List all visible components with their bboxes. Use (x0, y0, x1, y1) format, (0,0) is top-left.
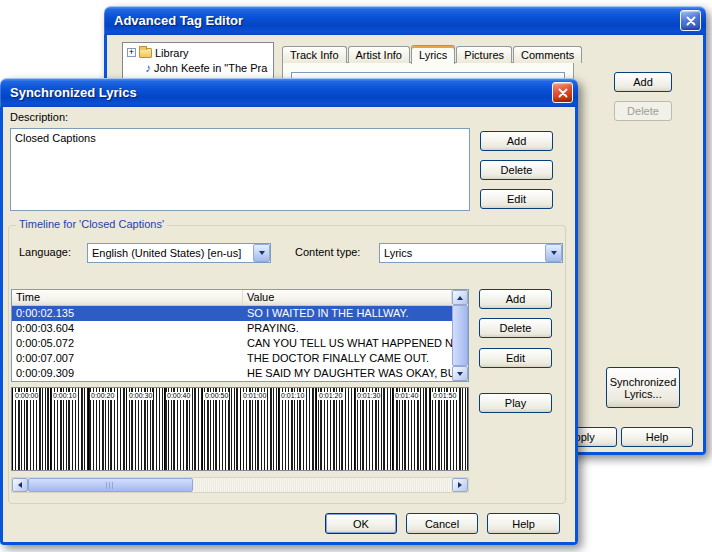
tab-pictures[interactable]: Pictures (456, 46, 512, 63)
language-label: Language: (19, 246, 71, 258)
synchronized-lyrics-dialog: Synchronized Lyrics Description: Closed … (0, 78, 578, 545)
add-description-button[interactable]: Add (480, 131, 553, 151)
tick-label: 0:00:40 (166, 392, 191, 400)
waveform-segment: 0:01:10 (278, 388, 316, 470)
tick-label: 0:00:30 (128, 392, 153, 400)
add-button[interactable]: Add (614, 72, 672, 92)
time-cell: 0:00:02.135 (12, 306, 243, 321)
waveform-scrollbar[interactable] (11, 477, 469, 493)
tick-label: 0:00:10 (52, 392, 77, 400)
waveform-segment: 0:00:10 (50, 388, 88, 470)
tick-label: 0:00:00 (14, 392, 39, 400)
time-cell: 0:00:03.604 (12, 321, 243, 336)
content-type-value: Lyrics (380, 247, 545, 259)
table-header: Time Value (12, 290, 452, 306)
scroll-left-button[interactable] (12, 478, 28, 492)
value-cell: HE SAID MY DAUGHTER WAS OKAY, BUT... (243, 366, 452, 381)
edit-lyric-button[interactable]: Edit (479, 348, 552, 368)
waveform-segment: 0:00:20 (88, 388, 126, 470)
synchronized-lyrics-button[interactable]: Synchronized Lyrics... (606, 367, 680, 408)
tick-label: 0:01:10 (280, 392, 305, 400)
delete-description-button[interactable]: Delete (480, 160, 553, 180)
tree-item-label: John Keefe in "The Pra (154, 62, 267, 74)
expander-plus-icon[interactable]: + (127, 48, 136, 57)
help-button[interactable]: Help (487, 513, 560, 534)
tick-label: 0:01:30 (356, 392, 381, 400)
chevron-down-icon[interactable] (545, 244, 562, 262)
close-icon (558, 88, 568, 98)
play-button[interactable]: Play (479, 393, 552, 413)
tree-item-track[interactable]: ♪ John Keefe in "The Pra (123, 60, 273, 75)
scroll-down-button[interactable] (452, 366, 468, 381)
tree-item-library[interactable]: + Library (123, 45, 273, 60)
add-lyric-button[interactable]: Add (479, 289, 552, 309)
library-folder-icon (139, 48, 152, 58)
window-title: Synchronized Lyrics (10, 85, 137, 100)
window-title: Advanced Tag Editor (114, 13, 243, 28)
scroll-thumb[interactable] (28, 478, 193, 492)
edit-description-button[interactable]: Edit (480, 189, 553, 209)
table-row[interactable]: 0:00:09.309 HE SAID MY DAUGHTER WAS OKAY… (12, 366, 452, 381)
table-scrollbar[interactable] (452, 290, 468, 381)
table-row[interactable]: 0:00:03.604 PRAYING. (12, 321, 452, 336)
help-button[interactable]: Help (621, 427, 693, 447)
title-bar[interactable]: Advanced Tag Editor (104, 6, 706, 35)
value-cell: SO I WAITED IN THE HALLWAY. (243, 306, 452, 321)
list-item[interactable]: Closed Captions (11, 131, 469, 145)
title-bar[interactable]: Synchronized Lyrics (0, 78, 578, 107)
content-type-label: Content type: (295, 246, 360, 258)
ok-button[interactable]: OK (325, 513, 397, 534)
waveform-segment: 0:00:30 (126, 388, 164, 470)
scroll-up-button[interactable] (452, 290, 468, 305)
description-list[interactable]: Closed Captions (10, 128, 470, 211)
value-cell: PRAYING. (243, 321, 452, 336)
waveform-segment: 0:01:20 (316, 388, 354, 470)
tag-editor-tabs: Track Info Artist Info Lyrics Pictures C… (282, 44, 583, 63)
waveform-segment: 0:01:00 (240, 388, 278, 470)
time-cell: 0:00:07.007 (12, 351, 243, 366)
table-row[interactable]: 0:00:05.072 CAN YOU TELL US WHAT HAPPENE… (12, 336, 452, 351)
content-type-dropdown[interactable]: Lyrics (379, 243, 563, 263)
waveform-segment: 0:00:00 (12, 388, 50, 470)
close-icon (686, 16, 696, 26)
tick-label: 0:01:50 (432, 392, 457, 400)
cancel-button[interactable]: Cancel (406, 513, 478, 534)
tick-label: 0:00:50 (204, 392, 229, 400)
table-row[interactable]: 0:00:02.135 SO I WAITED IN THE HALLWAY. (12, 306, 452, 321)
delete-button[interactable]: Delete (614, 101, 672, 121)
tree-item-label: Library (155, 47, 189, 59)
waveform-segment: 0:00:40 (164, 388, 202, 470)
timeline-group-label: Timeline for 'Closed Captions' (16, 218, 167, 230)
table-row[interactable]: 0:00:07.007 THE DOCTOR FINALLY CAME OUT. (12, 351, 452, 366)
time-cell: 0:00:05.072 (12, 336, 243, 351)
close-button[interactable] (680, 10, 701, 31)
music-note-icon: ♪ (145, 62, 151, 74)
tab-artist-info[interactable]: Artist Info (348, 46, 410, 63)
description-label: Description: (10, 111, 68, 123)
delete-lyric-button[interactable]: Delete (479, 318, 552, 338)
scroll-right-button[interactable] (452, 478, 468, 492)
timeline-group: Timeline for 'Closed Captions' Language:… (8, 225, 566, 504)
desktop: { "icons": { "expander_plus": "+", "musi… (0, 0, 712, 552)
close-button[interactable] (552, 82, 573, 103)
waveform-timeline[interactable]: 0:00:00 0:00:10 0:00:20 0:00:30 0:00:40 … (11, 387, 469, 471)
scroll-track[interactable] (193, 478, 452, 492)
waveform-segment: 0:01:30 (354, 388, 392, 470)
tab-track-info[interactable]: Track Info (282, 46, 347, 63)
lyrics-table: Time Value 0:00:02.135 SO I WAITED IN TH… (11, 289, 469, 382)
column-header-time[interactable]: Time (12, 290, 243, 305)
waveform-segment: 0:00:50 (202, 388, 240, 470)
chevron-down-icon[interactable] (253, 244, 270, 262)
scroll-thumb[interactable] (452, 305, 468, 366)
tick-label: 0:01:40 (394, 392, 419, 400)
tab-comments[interactable]: Comments (513, 46, 582, 63)
tick-label: 0:01:00 (242, 392, 267, 400)
value-cell: THE DOCTOR FINALLY CAME OUT. (243, 351, 452, 366)
tick-label: 0:01:20 (318, 392, 343, 400)
value-cell: CAN YOU TELL US WHAT HAPPENED NEXT (243, 336, 452, 351)
tick-label: 0:00:20 (90, 392, 115, 400)
tab-lyrics[interactable]: Lyrics (411, 45, 455, 64)
language-dropdown[interactable]: English (United States) [en-us] (87, 243, 271, 263)
dialog-body: Description: Closed Captions Add Delete … (0, 107, 578, 545)
column-header-value[interactable]: Value (243, 290, 452, 305)
